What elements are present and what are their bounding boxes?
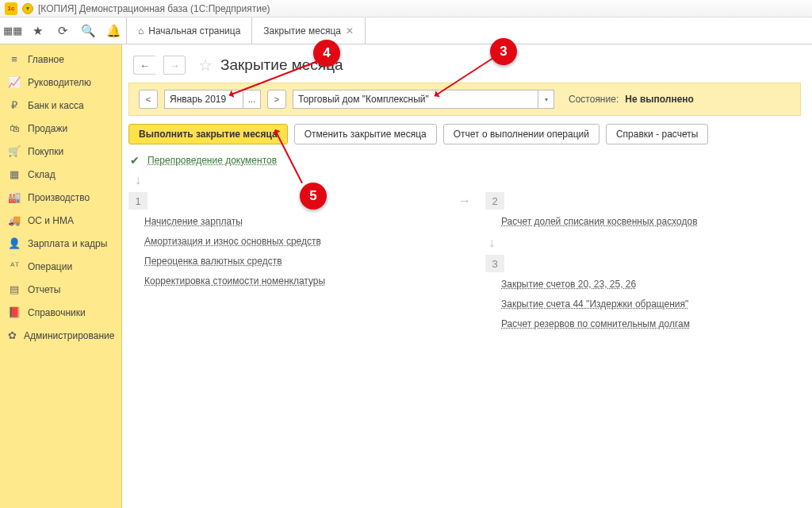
check-icon: ✔ bbox=[130, 154, 140, 167]
period-input[interactable]: Январь 2019 … bbox=[164, 90, 261, 109]
favorite-star-icon[interactable]: ☆ bbox=[198, 56, 213, 75]
sidebar-item-label: Зарплата и кадры bbox=[28, 238, 107, 249]
sidebar-item-label: Банк и касса bbox=[28, 100, 84, 111]
flow-arrow-right-icon: → bbox=[458, 194, 471, 208]
sidebar-item-label: Отчеты bbox=[28, 284, 60, 295]
content-area: ← → ☆ Закрытие месяца < Январь 2019 … > … bbox=[122, 44, 812, 508]
step-1-badge: 1 bbox=[128, 192, 147, 210]
operation-link[interactable]: Корректировка стоимости номенклатуры bbox=[144, 275, 444, 287]
report-button[interactable]: Отчет о выполнении операций bbox=[443, 124, 599, 144]
sidebar-item-label: ОС и НМА bbox=[28, 215, 74, 226]
sidebar-item-reports[interactable]: ▤Отчеты bbox=[0, 278, 121, 301]
operation-link[interactable]: Закрытие счетов 20, 23, 25, 26 bbox=[501, 279, 801, 290]
bag-icon: 🛍 bbox=[8, 122, 21, 134]
window-titlebar: 1c ▾ [КОПИЯ] Демонстрационная база (1С:П… bbox=[0, 0, 812, 17]
action-bar: Выполнить закрытие месяца Отменить закры… bbox=[128, 124, 801, 144]
menu-icon: ≡ bbox=[8, 53, 21, 65]
cancel-button-label: Отменить закрытие месяца bbox=[304, 129, 427, 140]
nav-forward-button[interactable]: → bbox=[163, 56, 186, 75]
references-button-label: Справки - расчеты bbox=[616, 129, 698, 140]
ruble-icon: ₽ bbox=[8, 99, 21, 111]
sidebar-item-assets[interactable]: 🚚ОС и НМА bbox=[0, 209, 121, 232]
chart-icon: 📈 bbox=[8, 76, 21, 88]
state-value: Не выполнено bbox=[625, 94, 694, 105]
operation-link[interactable]: Начисление зарплаты bbox=[144, 216, 444, 227]
report-icon: ▤ bbox=[8, 283, 21, 295]
flow-arrow-down-icon: ↓ bbox=[488, 236, 801, 250]
references-button[interactable]: Справки - расчеты bbox=[606, 124, 708, 144]
annotation-5-badge: 5 bbox=[300, 183, 327, 210]
tab-home-label: Начальная страница bbox=[148, 25, 240, 37]
sidebar-item-label: Производство bbox=[28, 192, 90, 203]
sidebar-item-references[interactable]: 📕Справочники bbox=[0, 301, 121, 324]
home-icon: ⌂ bbox=[138, 25, 144, 37]
cart-icon: 🛒 bbox=[8, 145, 21, 157]
reprocessing-link[interactable]: Перепроведение документов bbox=[147, 155, 277, 166]
sidebar-item-label: Справочники bbox=[28, 307, 86, 318]
operation-link[interactable]: Закрытие счета 44 "Издержки обращения" bbox=[501, 298, 801, 310]
grid-icon: ▦ bbox=[8, 168, 21, 180]
reprocessing-row: ✔ Перепроведение документов bbox=[130, 154, 801, 167]
gear-icon: ✿ bbox=[8, 329, 17, 341]
execute-button[interactable]: Выполнить закрытие месяца bbox=[128, 124, 288, 144]
step-3-badge: 3 bbox=[485, 255, 504, 272]
steps-container: 1 Начисление зарплаты Амортизация и изно… bbox=[128, 192, 801, 338]
sidebar-item-label: Покупки bbox=[28, 146, 63, 157]
step-2-3-column: 2 Расчет долей списания косвенных расход… bbox=[485, 192, 801, 338]
sidebar-item-manager[interactable]: 📈Руководителю bbox=[0, 71, 121, 94]
step-1-column: 1 Начисление зарплаты Амортизация и изно… bbox=[128, 192, 444, 338]
flow-arrow-down-icon: ↓ bbox=[135, 173, 812, 187]
operation-link[interactable]: Расчет долей списания косвенных расходов bbox=[501, 216, 801, 227]
sidebar-item-purchases[interactable]: 🛒Покупки bbox=[0, 140, 121, 163]
sidebar-item-main[interactable]: ≡Главное bbox=[0, 48, 121, 71]
period-picker-button[interactable]: … bbox=[243, 90, 260, 108]
cancel-button[interactable]: Отменить закрытие месяца bbox=[294, 124, 437, 144]
sidebar-item-admin[interactable]: ✿Администрирование bbox=[0, 324, 121, 347]
search-icon[interactable]: 🔍 bbox=[76, 17, 102, 44]
apps-icon[interactable]: ▦▦ bbox=[0, 17, 25, 44]
organization-input[interactable]: Торговый дом "Комплексный" ▾ bbox=[293, 90, 554, 109]
sidebar-item-sales[interactable]: 🛍Продажи bbox=[0, 117, 121, 140]
execute-button-label: Выполнить закрытие месяца bbox=[139, 129, 278, 140]
operation-link[interactable]: Расчет резервов по сомнительным долгам bbox=[501, 318, 801, 329]
bell-icon[interactable]: 🔔 bbox=[102, 17, 127, 44]
period-value: Январь 2019 bbox=[170, 94, 226, 105]
history-icon[interactable]: ⟳ bbox=[51, 17, 76, 44]
operation-link[interactable]: Амортизация и износ основных средств bbox=[144, 236, 444, 247]
tab-home[interactable]: ⌂ Начальная страница bbox=[127, 17, 252, 44]
app-logo: 1c bbox=[5, 2, 17, 15]
sidebar-item-label: Администрирование bbox=[24, 330, 114, 341]
nav-back-button[interactable]: ← bbox=[133, 56, 155, 75]
ops-icon: ᴬᵀ bbox=[8, 260, 21, 272]
factory-icon: 🏭 bbox=[8, 191, 21, 203]
sidebar-item-bank[interactable]: ₽Банк и касса bbox=[0, 94, 121, 117]
tab-current-label: Закрытие месяца bbox=[263, 25, 341, 37]
annotation-4-badge: 4 bbox=[313, 40, 340, 67]
favorite-icon[interactable]: ★ bbox=[25, 17, 51, 44]
period-prev-button[interactable]: < bbox=[139, 90, 158, 109]
window-title: [КОПИЯ] Демонстрационная база (1С:Предпр… bbox=[38, 3, 270, 14]
global-toolbar: ▦▦ ★ ⟳ 🔍 🔔 ⌂ Начальная страница Закрытие… bbox=[0, 17, 812, 44]
sidebar-item-label: Операции bbox=[28, 261, 72, 272]
step-2-badge: 2 bbox=[485, 192, 504, 210]
sidebar-item-warehouse[interactable]: ▦Склад bbox=[0, 163, 121, 186]
titlebar-menu-chevron[interactable]: ▾ bbox=[22, 3, 33, 14]
annotation-3-badge: 3 bbox=[490, 38, 517, 65]
sidebar-item-label: Руководителю bbox=[28, 77, 91, 88]
tab-current[interactable]: Закрытие месяца ✕ bbox=[252, 17, 366, 44]
sidebar-item-production[interactable]: 🏭Производство bbox=[0, 186, 121, 209]
report-button-label: Отчет о выполнении операций bbox=[454, 129, 589, 140]
truck-icon: 🚚 bbox=[8, 214, 21, 226]
sidebar: ≡Главное 📈Руководителю ₽Банк и касса 🛍Пр… bbox=[0, 44, 122, 508]
book-icon: 📕 bbox=[8, 306, 21, 318]
close-icon[interactable]: ✕ bbox=[346, 25, 354, 37]
operation-link[interactable]: Переоценка валютных средств bbox=[144, 256, 444, 267]
sidebar-item-label: Продажи bbox=[28, 123, 67, 134]
sidebar-item-label: Склад bbox=[28, 169, 56, 180]
sidebar-item-hr[interactable]: 👤Зарплата и кадры bbox=[0, 232, 121, 255]
sidebar-item-label: Главное bbox=[28, 54, 64, 65]
period-next-button[interactable]: > bbox=[267, 90, 286, 109]
organization-dropdown-icon[interactable]: ▾ bbox=[538, 90, 553, 108]
person-icon: 👤 bbox=[8, 237, 21, 249]
sidebar-item-operations[interactable]: ᴬᵀОперации bbox=[0, 255, 121, 278]
